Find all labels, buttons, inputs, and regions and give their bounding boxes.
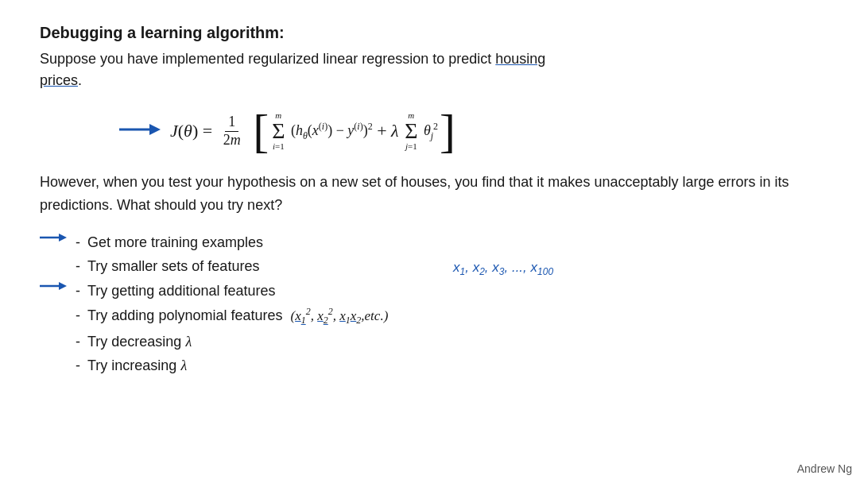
poly-annotation: (x12, x22, x1x2,etc.) [290,308,388,323]
sum1-expr: (hθ(x(i)) − y(i))2 [291,121,373,142]
fraction: 1 2m [220,114,244,149]
page-title: Debugging a learning algorithm: [40,24,828,42]
item6-spacer [40,354,68,377]
sum2-block: m Σ j=1 [405,111,417,151]
sum2-sub: j=1 [405,142,417,151]
lambda-dec: λ [185,334,192,350]
prices-link: prices [40,72,78,88]
list-section: - Get more training examples - Try small… [40,231,828,378]
svg-marker-1 [149,124,161,135]
list-item: - Try increasing λ [40,354,828,377]
formula-section: J(θ) = 1 2m [ m Σ i=1 (hθ(x(i)) − y(i))2… [40,107,828,155]
features-annotation: x1, x2, x3, ..., x100 [453,257,553,280]
item3-dash: - [68,280,87,303]
intro-period: . [78,72,82,88]
svg-marker-3 [59,234,67,242]
lambda-inc: λ [180,357,187,373]
item5-spacer [40,330,68,354]
list-item: - Try smaller sets of features x1, x2, x… [40,255,828,278]
item2-dash: - [68,255,87,278]
sum2-expr: θj2 [424,121,438,142]
intro-text: Suppose you have implemented regularized… [40,48,828,91]
formula-arrow-icon [119,121,161,142]
item4-spacer [40,304,68,327]
item2-spacer [40,255,68,278]
item6-dash: - [68,354,87,377]
hypothesis-paragraph: However, when you test your hypothesis o… [40,171,828,217]
item5-text: Try decreasing λ [87,330,828,354]
sum1-block: m Σ i=1 [272,111,285,151]
item3-text: Try getting additional features [87,280,828,303]
page: Debugging a learning algorithm: Suppose … [0,0,868,483]
housing-link: housing [495,51,545,67]
item1-dash: - [68,231,87,254]
list-item: - Try getting additional features [40,280,828,303]
list-item: - Try decreasing λ [40,330,828,354]
left-bracket: [ [253,107,269,155]
item1-text: Get more training examples [87,231,828,254]
frac-numerator: 1 [225,114,238,132]
cost-function-formula: J(θ) = 1 2m [ m Σ i=1 (hθ(x(i)) − y(i))2… [170,107,457,155]
svg-marker-5 [59,282,67,290]
item6-text: Try increasing λ [87,354,828,377]
item4-dash: - [68,304,87,327]
sum1-symbol: Σ [272,120,285,142]
right-bracket: ] [440,107,455,155]
list-item: - Get more training examples [40,231,828,254]
sum1-sub: i=1 [272,142,285,151]
item1-arrow-icon [40,231,68,244]
author-label: Andrew Ng [797,462,852,475]
item3-arrow-icon [40,280,68,292]
item4-text: Try adding polynomial features (x12, x22… [87,304,828,329]
item5-dash: - [68,330,87,354]
sum2-symbol: Σ [405,120,417,142]
intro-prefix: Suppose you have implemented regularized… [40,51,495,67]
frac-denominator: 2m [220,132,244,149]
lambda-symbol: λ [391,121,399,141]
list-item: - Try adding polynomial features (x12, x… [40,304,828,329]
